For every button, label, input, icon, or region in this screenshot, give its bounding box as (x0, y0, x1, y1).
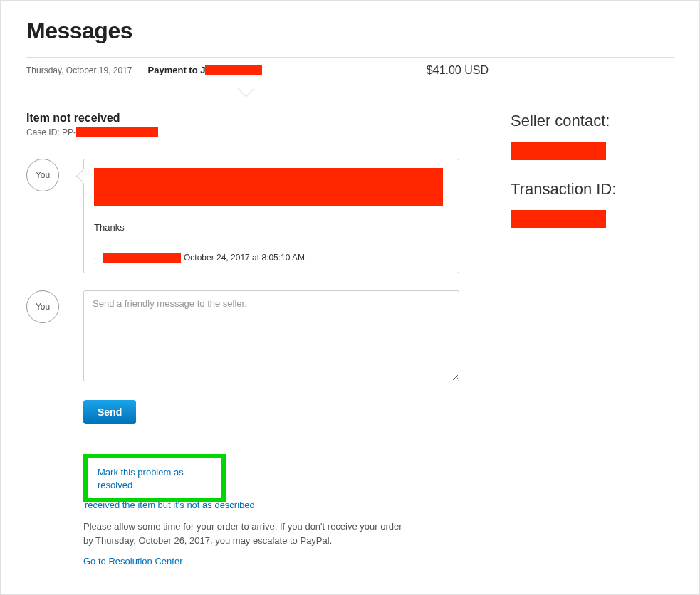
redacted-seller-contact (511, 142, 606, 160)
meta-dash: - (94, 253, 97, 263)
transaction-date: Thursday, October 19, 2017 (26, 65, 132, 75)
compose-input[interactable] (83, 290, 459, 381)
send-button[interactable]: Send (83, 400, 136, 424)
resolve-highlight: Mark this problem as resolved (83, 454, 226, 502)
header-pointer-icon (26, 83, 674, 92)
right-column: Seller contact: Transaction ID: (511, 112, 616, 567)
message-timestamp: October 24, 2017 at 8:05:10 AM (184, 253, 305, 263)
escalation-info: Please allow some time for your order to… (83, 520, 411, 547)
redacted-transaction-id (511, 210, 606, 228)
left-column: Item not received Case ID: PP- You Thank… (26, 112, 482, 567)
main-content: Item not received Case ID: PP- You Thank… (26, 112, 674, 567)
resolution-center-link[interactable]: Go to Resolution Center (83, 556, 182, 567)
case-id-row: Case ID: PP- (26, 127, 482, 137)
redacted-sender-name (103, 253, 181, 263)
case-title: Item not received (26, 112, 482, 125)
redacted-message-body (94, 168, 443, 206)
avatar-you-compose: You (26, 290, 59, 323)
transaction-id-heading: Transaction ID: (511, 180, 616, 199)
seller-contact-heading: Seller contact: (511, 112, 616, 130)
payment-to-label: Payment to J (148, 65, 206, 75)
compose-row: You (26, 290, 482, 381)
transaction-header: Thursday, October 19, 2017 Payment to J … (26, 58, 674, 83)
page-title: Messages (26, 18, 674, 44)
message-bubble: Thanks - October 24, 2017 at 8:05:10 AM (83, 159, 459, 273)
mark-resolved-link[interactable]: Mark this problem as resolved (98, 467, 184, 490)
avatar-you: You (26, 159, 59, 191)
actions-block: Mark this problem as resolved received t… (83, 454, 425, 567)
messages-page: Messages Thursday, October 19, 2017 Paym… (0, 0, 700, 595)
transaction-amount: $41.00 USD (427, 64, 489, 77)
redacted-payee (205, 65, 262, 75)
case-id-label: Case ID: PP- (26, 127, 76, 137)
message-thread-item: You Thanks - October 24, 2017 at 8:05:10… (26, 159, 482, 273)
message-meta: - October 24, 2017 at 8:05:10 AM (94, 253, 449, 263)
redacted-case-id (76, 127, 158, 137)
message-thanks: Thanks (94, 222, 449, 233)
